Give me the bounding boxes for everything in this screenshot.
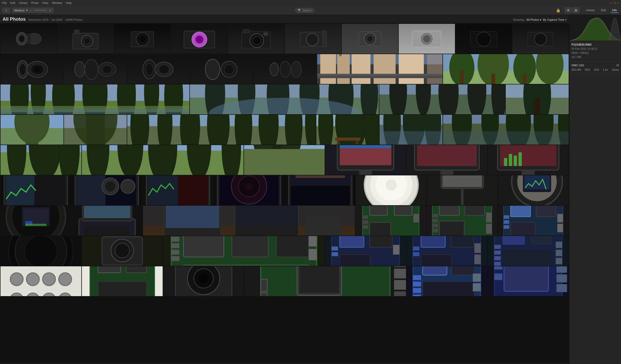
photo-cell-tree[interactable] — [506, 84, 569, 114]
svg-point-378 — [26, 273, 39, 286]
photo-cell-misc1[interactable] — [1, 236, 81, 266]
photo-cell-landscape-wide[interactable] — [443, 115, 569, 145]
photo-cell-eq1[interactable] — [1, 175, 71, 205]
photo-cell[interactable] — [58, 24, 114, 54]
photo-cell[interactable] — [190, 54, 253, 84]
search-box[interactable]: 🔍 Search — [295, 8, 314, 13]
photo-cell-desk[interactable] — [143, 206, 355, 235]
photo-cell-laptop1[interactable] — [72, 206, 142, 235]
search-placeholder: Search — [302, 9, 311, 12]
svg-rect-338 — [309, 236, 317, 246]
tab-info[interactable]: Info — [611, 8, 618, 13]
photo-cell-light-round[interactable] — [498, 175, 569, 205]
photo-cell-light-stand[interactable] — [427, 175, 497, 205]
photo-cell[interactable] — [1, 54, 63, 84]
photo-cell-lake[interactable] — [380, 115, 442, 145]
camera-info-panel: DMC-G81 M ISO 200 f/5.6 1/15 1 ev 21mm — [569, 62, 621, 74]
photo-cell-field-wide[interactable] — [82, 145, 244, 175]
showing-value[interactable]: All Photos ▾ — [526, 18, 541, 22]
svg-rect-312 — [504, 220, 509, 224]
photo-cell-board[interactable] — [163, 236, 325, 266]
photo-cell-eq2[interactable] — [72, 175, 142, 205]
photo-cell-eq5[interactable] — [285, 175, 355, 205]
photo-cell-city[interactable] — [317, 54, 443, 84]
photo-cell-monitor3[interactable] — [488, 145, 569, 175]
svg-rect-110 — [535, 98, 540, 114]
svg-rect-282 — [166, 206, 219, 228]
photo-cell-pcb1[interactable] — [325, 236, 406, 266]
add-button[interactable]: + — [3, 8, 10, 13]
photo-cell-rpi3[interactable] — [498, 206, 569, 235]
menu-window[interactable]: Window — [52, 1, 62, 4]
lock-icon[interactable]: 🔒 — [556, 8, 560, 12]
view-mode-select[interactable]: Medium ▾ − + — [12, 8, 53, 13]
svg-rect-420 — [413, 288, 421, 293]
svg-rect-207 — [519, 152, 522, 166]
photo-cell[interactable] — [285, 24, 341, 54]
photo-cell-monitor2[interactable] — [406, 145, 487, 175]
zoom-plus[interactable]: + — [48, 9, 52, 12]
svg-rect-303 — [432, 229, 438, 232]
photo-cell[interactable] — [228, 24, 284, 54]
photo-cell-monitor1[interactable] — [325, 145, 406, 175]
photo-cell[interactable] — [1, 115, 63, 145]
photo-cell-panorama-trees[interactable] — [127, 115, 316, 145]
filmstrip-view-button[interactable]: ▤ — [573, 8, 579, 13]
photo-cell-component[interactable] — [245, 266, 406, 296]
menu-help[interactable]: Help — [66, 1, 72, 4]
photo-cell[interactable] — [64, 54, 126, 84]
photo-cell-rpi2[interactable] — [427, 206, 497, 235]
tab-edit[interactable]: Edit — [599, 8, 608, 13]
photo-cell[interactable] — [342, 24, 398, 54]
photo-cell[interactable] — [455, 24, 512, 54]
photo-cell-tree2[interactable] — [64, 115, 127, 145]
photo-cell-led-light[interactable] — [356, 175, 426, 205]
photo-cell-eq3[interactable] — [143, 175, 213, 205]
photo-cell-panorama1[interactable] — [1, 84, 189, 114]
photo-cell-pcb2[interactable] — [406, 236, 487, 266]
photo-cell[interactable] — [171, 24, 228, 54]
photo-cell-tall-trees[interactable] — [244, 145, 325, 175]
menu-edit[interactable]: Edit — [10, 1, 15, 4]
photo-cell-field1[interactable] — [1, 145, 81, 175]
photo-cell[interactable] — [114, 24, 171, 54]
window-controls[interactable]: — □ × — [610, 1, 619, 4]
photo-cell-bench[interactable] — [316, 115, 379, 145]
photo-cell[interactable] — [1, 24, 57, 54]
grid-view-button[interactable]: ⊞ — [565, 8, 572, 13]
svg-rect-153 — [380, 131, 442, 145]
photo-cell-park[interactable] — [443, 54, 569, 84]
photo-cell[interactable] — [254, 54, 316, 84]
photo-cell-panorama2[interactable] — [190, 84, 379, 114]
photo-grid[interactable] — [0, 23, 569, 362]
menu-view[interactable]: View — [42, 1, 48, 4]
photo-cell-camera-eq[interactable] — [163, 266, 244, 296]
photo-cell[interactable] — [127, 54, 190, 84]
svg-rect-423 — [473, 283, 481, 291]
filter-bar[interactable]: Showing: All Photos ▾ By Capture Time ▾ — [513, 18, 567, 22]
photo-cell-misc2[interactable] — [82, 236, 163, 266]
menu-library[interactable]: Library — [19, 1, 28, 4]
menu-bar[interactable]: File Edit Library Photo View Window Help — [2, 1, 72, 4]
photo-cell-pcb-blue[interactable] — [406, 266, 487, 296]
photo-cell[interactable] — [399, 24, 455, 54]
svg-rect-356 — [474, 255, 481, 264]
photo-cell-eq4[interactable] — [214, 175, 284, 205]
photo-cell-bottom2[interactable] — [82, 266, 163, 296]
svg-rect-203 — [500, 145, 556, 166]
tab-library[interactable]: Library — [584, 8, 596, 13]
photo-cell-rpi1[interactable] — [355, 206, 426, 235]
photo-cell-panorama3[interactable] — [379, 84, 505, 114]
menu-photo[interactable]: Photo — [31, 1, 39, 4]
zoom-minus[interactable]: − — [29, 9, 32, 12]
photo-cell-pcb3[interactable] — [488, 236, 569, 266]
photo-cell-pcb-ports[interactable] — [488, 266, 569, 296]
svg-point-135 — [285, 115, 303, 145]
svg-rect-342 — [340, 236, 364, 247]
svg-rect-54 — [320, 54, 336, 84]
photo-cell[interactable] — [512, 24, 569, 54]
photo-cell-led-panel[interactable] — [1, 206, 71, 235]
photo-cell-bottom1[interactable] — [1, 266, 81, 296]
menu-file[interactable]: File — [2, 1, 7, 4]
capture-time-filter[interactable]: By Capture Time ▾ — [543, 18, 567, 22]
